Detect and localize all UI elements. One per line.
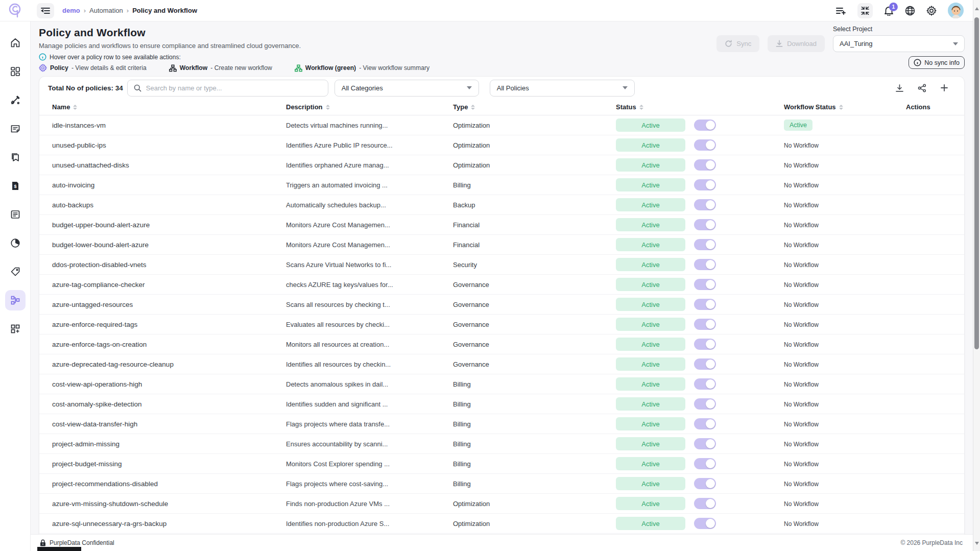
project-select[interactable]: AAI_Turing	[833, 35, 965, 52]
vertical-scrollbar[interactable]	[973, 0, 980, 551]
app-logo[interactable]	[0, 2, 31, 19]
table-row[interactable]: azure-untagged-resources Scans all resou…	[39, 295, 964, 315]
status-toggle[interactable]	[694, 478, 716, 489]
status-toggle[interactable]	[694, 119, 716, 131]
settings-button[interactable]	[926, 6, 937, 16]
share-icon[interactable]	[918, 84, 926, 92]
table-row[interactable]: idle-instances-vm Detects virtual machin…	[39, 115, 964, 135]
column-header-workflow-status[interactable]: Workflow Status	[784, 103, 906, 111]
status-toggle[interactable]	[694, 279, 716, 290]
breadcrumb-section[interactable]: Automation	[89, 7, 123, 14]
status-toggle[interactable]	[694, 239, 716, 250]
add-policy-icon[interactable]	[940, 84, 948, 92]
search-box[interactable]	[127, 80, 328, 97]
sidebar-item-bookmarks[interactable]	[5, 147, 26, 167]
status-toggle[interactable]	[694, 259, 716, 270]
sidebar-item-reports[interactable]	[5, 204, 26, 225]
workflow-status-text: No Workflow	[784, 481, 819, 488]
table-row[interactable]: ddos-protection-disabled-vnets Scans Azu…	[39, 255, 964, 275]
table-row[interactable]: unused-public-ips Identifies Azure Publi…	[39, 135, 964, 155]
scroll-down-arrow[interactable]	[975, 542, 979, 545]
status-toggle[interactable]	[694, 199, 716, 210]
policy-filter-select[interactable]: All Policies	[490, 80, 635, 97]
status-toggle[interactable]	[694, 498, 716, 509]
collapse-sidebar-button[interactable]	[37, 3, 54, 18]
workflow-status-text: No Workflow	[784, 401, 819, 408]
sidebar-item-home[interactable]	[5, 33, 26, 53]
status-badge: Active	[616, 258, 685, 271]
sidebar-item-analytics[interactable]	[5, 233, 26, 253]
sidebar-item-invoices[interactable]: $	[5, 176, 26, 196]
column-header-description[interactable]: Description	[286, 103, 453, 111]
status-toggle[interactable]	[694, 418, 716, 429]
project-select-value: AAI_Turing	[840, 40, 873, 47]
policy-description: Identifies sudden and significant ...	[286, 400, 453, 408]
invoice-icon: $	[10, 181, 20, 191]
policy-name: budget-upper-bound-alert-azure	[39, 221, 286, 229]
table-row[interactable]: azure-deprecated-tag-resource-cleanup Id…	[39, 354, 964, 374]
status-toggle[interactable]	[694, 358, 716, 370]
collapse-view-button[interactable]	[857, 3, 873, 18]
table-row[interactable]: auto-backups Automatically schedules bac…	[39, 195, 964, 215]
column-header-name[interactable]: Name	[39, 103, 286, 111]
sidebar-item-widgets-add[interactable]	[5, 319, 26, 339]
status-toggle[interactable]	[694, 398, 716, 410]
table-row[interactable]: auto-invoicing Triggers an automated inv…	[39, 175, 964, 195]
table-row[interactable]: azure-sql-unnecessary-ra-grs-backup Iden…	[39, 514, 964, 534]
status-toggle[interactable]	[694, 159, 716, 171]
table-row[interactable]: cost-anomaly-spike-detection Identifies …	[39, 394, 964, 414]
table-row[interactable]: azure-enforce-required-tags Evaluates al…	[39, 315, 964, 334]
sidebar-item-notes[interactable]	[5, 118, 26, 139]
sync-button[interactable]: Sync	[716, 35, 759, 52]
category-filter-select[interactable]: All Categories	[334, 80, 479, 97]
table-row[interactable]: azure-enforce-tags-on-creation Monitors …	[39, 334, 964, 354]
status-toggle[interactable]	[694, 518, 716, 529]
policy-name: azure-sql-unnecessary-ra-grs-backup	[39, 520, 286, 528]
status-toggle[interactable]	[694, 299, 716, 310]
download-button[interactable]: Download	[768, 35, 825, 52]
status-badge: Active	[616, 377, 685, 391]
notifications-button[interactable]: 1	[884, 6, 894, 16]
playlist-add-button[interactable]	[836, 6, 846, 15]
download-icon	[776, 40, 783, 47]
table-row[interactable]: cost-view-data-transfer-high Flags proje…	[39, 414, 964, 434]
status-badge: Active	[616, 218, 685, 231]
table-row[interactable]: unused-unattached-disks Identifies orpha…	[39, 155, 964, 175]
breadcrumb-project[interactable]: demo	[62, 7, 80, 14]
status-toggle[interactable]	[694, 378, 716, 390]
status-toggle[interactable]	[694, 458, 716, 469]
table-row[interactable]: project-admin-missing Ensures accountabi…	[39, 434, 964, 454]
column-header-status[interactable]: Status	[616, 103, 784, 111]
table-row[interactable]: azure-vm-missing-shutdown-schedule Finds…	[39, 494, 964, 514]
scrollbar-thumb[interactable]	[974, 17, 979, 349]
workflow-status-text: No Workflow	[784, 341, 819, 348]
status-toggle[interactable]	[694, 339, 716, 350]
status-toggle[interactable]	[694, 139, 716, 151]
policy-name: idle-instances-vm	[39, 122, 286, 129]
policy-name: auto-backups	[39, 201, 286, 209]
search-input[interactable]	[146, 84, 322, 92]
policy-description: Monitors Azure Cost Managemen...	[286, 241, 453, 249]
user-avatar[interactable]	[948, 3, 964, 18]
table-row[interactable]: budget-lower-bound-alert-azure Monitors …	[39, 235, 964, 255]
table-row[interactable]: azure-tag-compliance-checker checks AZUR…	[39, 275, 964, 295]
status-toggle[interactable]	[694, 219, 716, 230]
table-row[interactable]: project-recommendations-disabled Flags p…	[39, 474, 964, 494]
sidebar-item-tools[interactable]	[5, 90, 26, 110]
status-toggle[interactable]	[694, 179, 716, 190]
status-badge: Active	[616, 238, 685, 251]
sidebar-item-dashboard[interactable]	[5, 61, 26, 82]
legend-workflow-label: Workflow	[180, 64, 208, 71]
policy-description: Identifies non-production Azure S...	[286, 520, 453, 528]
table-row[interactable]: project-budget-missing Monitors Cost Exp…	[39, 454, 964, 474]
column-header-type[interactable]: Type	[453, 103, 616, 111]
table-row[interactable]: cost-view-api-operations-high Detects an…	[39, 374, 964, 394]
sidebar-item-policy-workflow[interactable]	[5, 290, 26, 310]
status-toggle[interactable]	[694, 438, 716, 449]
sidebar-item-tags[interactable]	[5, 261, 26, 282]
table-row[interactable]: budget-upper-bound-alert-azure Monitors …	[39, 215, 964, 235]
language-button[interactable]	[905, 6, 915, 16]
export-download-icon[interactable]	[895, 84, 904, 92]
status-toggle[interactable]	[694, 319, 716, 330]
scroll-up-arrow[interactable]	[975, 7, 979, 10]
